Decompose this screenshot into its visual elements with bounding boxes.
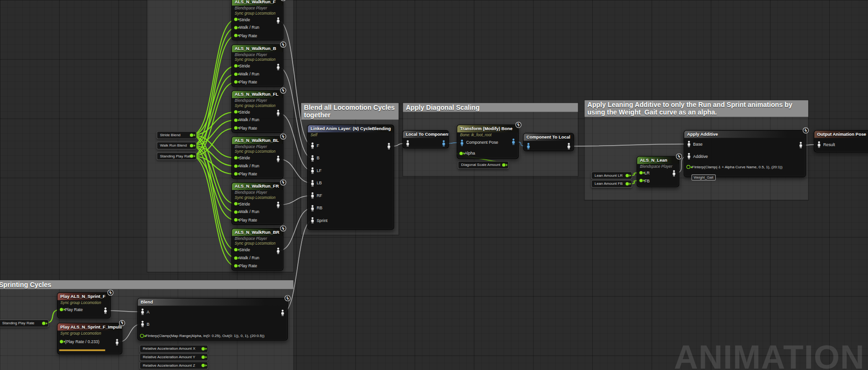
stride-pin[interactable] [234, 65, 237, 68]
float-output-pin[interactable] [190, 133, 193, 137]
pose-output-pin[interactable] [276, 202, 281, 208]
walk-run-pin[interactable] [234, 73, 237, 76]
pose-output-pin[interactable] [386, 143, 392, 149]
pose-output-pin[interactable] [280, 310, 285, 316]
pose-output-pin[interactable] [566, 143, 572, 149]
float-output-pin[interactable] [502, 164, 506, 167]
stride-pin[interactable] [234, 248, 237, 252]
anim-node-als-n-lean[interactable]: ALS_N_Lean Blendspace Player LR FB ϟ [637, 156, 679, 187]
stride-pin[interactable] [234, 202, 237, 206]
pill-lean-amount-fb[interactable]: Lean Amount FB [591, 180, 632, 188]
float-output-pin[interactable] [202, 364, 205, 367]
comment-title[interactable]: Apply Diagonal Scaling [403, 103, 578, 112]
pose-input-pin[interactable] [310, 142, 315, 149]
pose-input-pin[interactable] [310, 205, 315, 211]
pose-input-pin[interactable] [310, 180, 315, 187]
node-sync-group: Sync group Locomotion [232, 149, 283, 154]
pose-output-pin[interactable] [276, 156, 281, 162]
b-pose-input-pin[interactable] [140, 321, 145, 327]
anim-node-als-n-walkrun-f[interactable]: ALS_N_WalkRun_F Blendspace Player Sync g… [231, 0, 283, 41]
pill-relative-acceleration-x[interactable]: Relative Acceleration Amount X [139, 345, 208, 353]
float-output-pin[interactable] [42, 322, 45, 325]
pill-walk-run-blend[interactable]: Walk Run Blend [156, 142, 197, 149]
pose-output-pin[interactable] [276, 110, 281, 116]
play-rate-pin[interactable] [234, 173, 237, 176]
float-output-pin[interactable] [190, 155, 193, 158]
pose-output-pin[interactable] [103, 307, 108, 314]
anim-node-component-to-local[interactable]: Component To Local [523, 133, 574, 151]
float-output-pin[interactable] [626, 182, 629, 186]
float-output-pin[interactable] [202, 347, 205, 351]
walk-run-pin[interactable] [234, 118, 237, 122]
graph-canvas[interactable]: Blend all Locomotion Cycles together App… [0, 0, 868, 370]
pose-input-pin[interactable] [405, 140, 410, 147]
alpha-pin[interactable] [687, 165, 690, 169]
comment-title[interactable]: Apply Leaning Additive to only the Run a… [585, 100, 809, 117]
anim-node-als-n-walkrun-fr[interactable]: ALS_N_WalkRun_FR Blendspace Player Sync … [231, 182, 283, 225]
weight-gait-badge[interactable]: Weight_Gait [691, 174, 715, 181]
pill-lean-amount-lr[interactable]: Lean Amount LR [591, 172, 632, 179]
float-output-pin[interactable] [202, 355, 205, 359]
pose-input-pin[interactable] [310, 217, 315, 224]
alpha-pin[interactable] [459, 151, 463, 155]
additive-pose-input-pin[interactable] [687, 153, 692, 159]
anim-node-output-animation-pose[interactable]: Output Animation Pose Result [814, 130, 868, 152]
pose-input-pin[interactable] [526, 143, 531, 149]
comment-title[interactable]: Blend all Locomotion Cycles together [301, 103, 399, 120]
play-rate-pin[interactable] [234, 34, 237, 37]
pill-relative-acceleration-y[interactable]: Relative Acceleration Amount Y [139, 354, 208, 361]
pose-output-pin[interactable] [441, 140, 446, 147]
play-rate-pin[interactable] [234, 126, 237, 130]
pose-output-pin[interactable] [671, 170, 677, 177]
anim-node-linked-anim-layer[interactable]: Linked Anim Layer: (N) CycleBlending Sel… [307, 124, 394, 230]
comment-title[interactable]: Sprinting Cycles [0, 280, 294, 289]
anim-node-play-als-n-sprint-f-impulse[interactable]: Play ALS_N_Sprint_F_Impulse Sync group L… [57, 323, 123, 354]
pill-relative-acceleration-z[interactable]: Relative Acceleration Amount Z [139, 362, 208, 369]
anim-node-als-n-walkrun-br[interactable]: ALS_N_WalkRun_BR Blendspace Player Sync … [231, 228, 283, 271]
play-rate-pin[interactable] [60, 340, 63, 343]
alpha-pin[interactable] [140, 334, 144, 337]
anim-node-blend[interactable]: Blend A B FInterp(Clamp(Map Range(Alpha,… [137, 298, 288, 340]
pill-standing-play-rate-sprint[interactable]: Standing Play Rate [0, 320, 49, 327]
play-rate-pin[interactable] [234, 218, 237, 222]
pose-output-pin[interactable] [798, 142, 803, 148]
pose-output-pin[interactable] [276, 17, 281, 24]
anim-node-als-n-walkrun-fl[interactable]: ALS_N_WalkRun_FL Blendspace Player Sync … [231, 90, 283, 132]
anim-node-transform-modify-bone[interactable]: Transform (Modify) Bone Bone: ik_foot_ro… [457, 124, 519, 159]
anim-node-local-to-component[interactable]: Local To Component [402, 130, 449, 148]
play-rate-pin[interactable] [234, 81, 237, 84]
anim-node-als-n-walkrun-bl[interactable]: ALS_N_WalkRun_BL Blendspace Player Sync … [231, 136, 283, 179]
walk-run-pin[interactable] [234, 26, 237, 29]
stride-pin[interactable] [234, 110, 237, 114]
pose-input-pin[interactable] [310, 192, 315, 199]
component-pose-input-pin[interactable] [459, 139, 465, 146]
walk-run-pin[interactable] [234, 210, 237, 214]
pose-input-pin[interactable] [310, 155, 315, 162]
float-output-pin[interactable] [190, 144, 193, 147]
walk-run-pin[interactable] [234, 164, 237, 168]
walk-run-pin[interactable] [234, 256, 237, 260]
anim-node-play-als-n-sprint-f[interactable]: Play ALS_N_Sprint_F Sync group Locomotio… [57, 292, 111, 318]
pill-stride-blend[interactable]: Stride Blend [156, 131, 197, 139]
float-output-pin[interactable] [626, 174, 629, 177]
lr-pin[interactable] [639, 171, 643, 174]
stride-pin[interactable] [234, 156, 237, 160]
play-rate-pin[interactable] [60, 308, 63, 311]
result-pose-input-pin[interactable] [817, 141, 822, 148]
pose-output-pin[interactable] [115, 339, 120, 345]
pose-output-pin[interactable] [276, 247, 281, 254]
stride-pin[interactable] [234, 18, 237, 21]
play-rate-pin[interactable] [234, 264, 237, 268]
pill-standing-play-rate[interactable]: Standing Play Rate [156, 152, 197, 160]
base-pose-input-pin[interactable] [687, 140, 692, 147]
pose-output-pin[interactable] [276, 64, 281, 70]
fb-pin[interactable] [639, 179, 643, 182]
pose-input-pin[interactable] [310, 167, 315, 174]
pill-diagonal-scale-amount[interactable]: Diagonal Scale Amount [458, 161, 509, 169]
pin-row: Walk / Run [232, 116, 283, 124]
pin-rows: F B LF LB RF RB Sprint [308, 140, 393, 227]
pose-output-pin[interactable] [511, 139, 516, 145]
anim-node-apply-additive[interactable]: Apply Additive Base Additive FInterp(Cla… [684, 130, 806, 177]
anim-node-als-n-walkrun-b[interactable]: ALS_N_WalkRun_B Blendspace Player Sync g… [231, 44, 283, 87]
a-pose-input-pin[interactable] [140, 308, 145, 315]
